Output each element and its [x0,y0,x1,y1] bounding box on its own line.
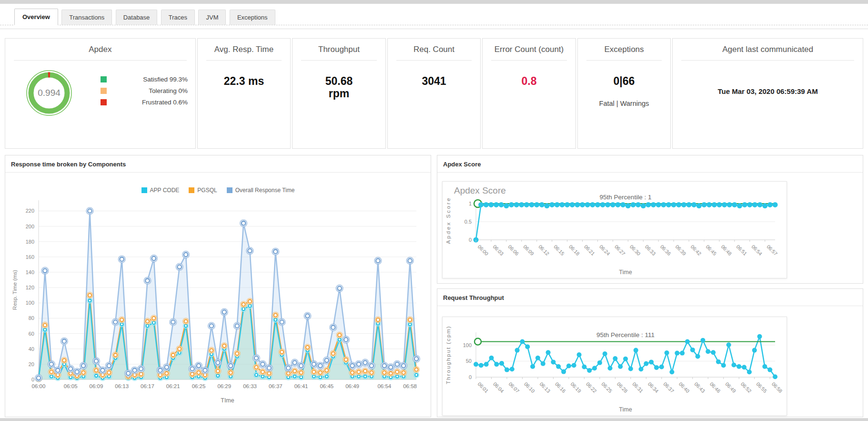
svg-text:06:41: 06:41 [294,383,308,389]
tab-overview[interactable]: Overview [14,9,58,25]
svg-text:06:04: 06:04 [492,381,505,394]
req-count-value: 3041 [388,75,481,87]
svg-text:06:00: 06:00 [32,383,46,389]
apdex-score-inner-title: Apdex Score [454,185,506,196]
svg-text:06:43: 06:43 [693,381,706,394]
svg-text:06:25: 06:25 [192,383,206,389]
svg-text:06:57: 06:57 [766,244,778,257]
request-throughput-panel-title: Request Throughput [437,289,863,306]
svg-text:06:09: 06:09 [90,383,103,389]
svg-text:06:54: 06:54 [750,244,763,257]
svg-text:06:49: 06:49 [724,381,737,394]
svg-text:120: 120 [26,285,34,290]
svg-text:100: 100 [26,300,34,306]
request-throughput-chart[interactable]: 05010095th Percentile : 11106:0106:0406:… [443,317,787,415]
overall-label: Overall Response Time [235,187,295,194]
svg-text:Throughput (cpm): Throughput (cpm) [445,325,451,384]
app-code-label: APP CODE [150,187,180,194]
tab-jvm[interactable]: JVM [198,10,226,25]
svg-text:20: 20 [29,361,34,367]
components-chart[interactable]: 02040608010012014016018020022006:0006:05… [9,196,426,406]
kpi-title: Throughput [293,39,385,54]
svg-text:Time: Time [619,406,632,413]
kpi-title: Error Count (count) [483,39,575,54]
kpi-card-throughput: Throughput 50.68 rpm [292,38,386,149]
legend-item-overall[interactable]: Overall Response Time [227,187,295,194]
svg-text:06:33: 06:33 [644,244,657,257]
tab-database[interactable]: Database [116,10,158,25]
throughput-unit: rpm [293,87,385,100]
legend-item-app-code[interactable]: APP CODE [141,187,180,194]
kpi-card-avg-resp-time: Avg. Resp. Time 22.3 ms [197,38,291,149]
exceptions-sub-label: Fatal | Warnings [578,100,671,107]
svg-text:06:07: 06:07 [508,381,521,394]
svg-text:06:21: 06:21 [583,244,596,257]
pgsql-swatch [189,187,194,193]
legend-row-frustrated: Frustrated 0.6% [101,99,188,106]
components-panel-title: Response time broken by Components [5,155,431,173]
svg-text:140: 140 [26,269,34,275]
svg-text:06:37: 06:37 [269,383,283,389]
kpi-title: Apdex [5,39,195,54]
svg-text:06:29: 06:29 [217,383,231,389]
tab-bar: Overview Transactions Database Traces JV… [0,4,868,25]
svg-text:Time: Time [619,269,632,276]
apdex-donut: 0.994 [25,69,73,117]
svg-text:06:55: 06:55 [755,381,768,394]
tolerating-label: Tolerating 0% [111,87,188,94]
svg-text:100: 100 [463,342,472,348]
kpi-card-exceptions: Exceptions 0|66 Fatal | Warnings [577,38,671,149]
svg-text:06:51: 06:51 [735,244,748,257]
bottom-strip [0,418,868,421]
svg-text:TIme: TIme [221,397,234,404]
svg-text:06:16: 06:16 [554,381,567,394]
legend-item-pgsql[interactable]: PGSQL [189,187,217,194]
frustrated-label: Frustrated 0.6% [111,99,188,106]
kpi-card-req-count: Req. Count 3041 [387,38,481,149]
apdex-legend: Satisfied 99.3% Tolerating 0% Frustrated… [101,76,188,110]
svg-text:06:05: 06:05 [64,383,78,389]
svg-text:06:58: 06:58 [403,383,417,389]
svg-text:06:17: 06:17 [141,383,154,389]
svg-text:06:25: 06:25 [600,381,613,394]
components-panel: Response time broken by Components APP C… [5,155,431,417]
svg-text:60: 60 [29,331,34,337]
exceptions-value: 0|66 [578,75,671,87]
svg-text:80: 80 [29,315,34,321]
svg-text:0.5: 0.5 [464,219,472,225]
tab-exceptions[interactable]: Exceptions [230,10,275,25]
svg-text:06:22: 06:22 [585,381,598,394]
svg-text:0: 0 [469,237,472,243]
avg-resp-value: 22.3 ms [198,75,291,87]
svg-text:06:58: 06:58 [771,381,784,394]
tolerating-swatch [101,88,107,94]
tab-transactions[interactable]: Transactions [61,10,112,25]
kpi-title: Exceptions [578,39,671,54]
svg-text:06:49: 06:49 [345,383,359,389]
pgsql-label: PGSQL [197,187,217,194]
legend-row-satisfied: Satisfied 99.3% [101,76,188,83]
kpi-title: Avg. Resp. Time [198,39,291,54]
apdex-score-chart-box: Apdex Score 00.5195th Percentile : 106:0… [442,181,787,278]
svg-text:06:30: 06:30 [629,244,642,257]
svg-text:180: 180 [26,239,34,245]
apdex-score-chart[interactable]: 00.5195th Percentile : 106:0006:0306:060… [443,182,787,278]
svg-text:200: 200 [26,224,34,229]
svg-text:160: 160 [26,254,34,260]
svg-text:50: 50 [466,358,472,364]
svg-text:220: 220 [26,208,34,214]
overall-swatch [227,187,232,193]
svg-text:Resp. Time (ms): Resp. Time (ms) [12,270,18,310]
top-strip [0,0,868,4]
svg-text:06:33: 06:33 [243,383,257,389]
tab-traces[interactable]: Traces [161,10,195,25]
request-throughput-panel: Request Throughput 05010095th Percentile… [437,288,863,417]
svg-text:06:09: 06:09 [522,244,535,257]
svg-text:06:39: 06:39 [675,244,687,257]
svg-text:06:13: 06:13 [539,381,552,394]
svg-text:06:13: 06:13 [115,383,129,389]
svg-text:1: 1 [469,201,472,206]
tab-divider [0,29,868,29]
svg-text:06:34: 06:34 [647,381,660,394]
kpi-title: Req. Count [388,39,481,54]
